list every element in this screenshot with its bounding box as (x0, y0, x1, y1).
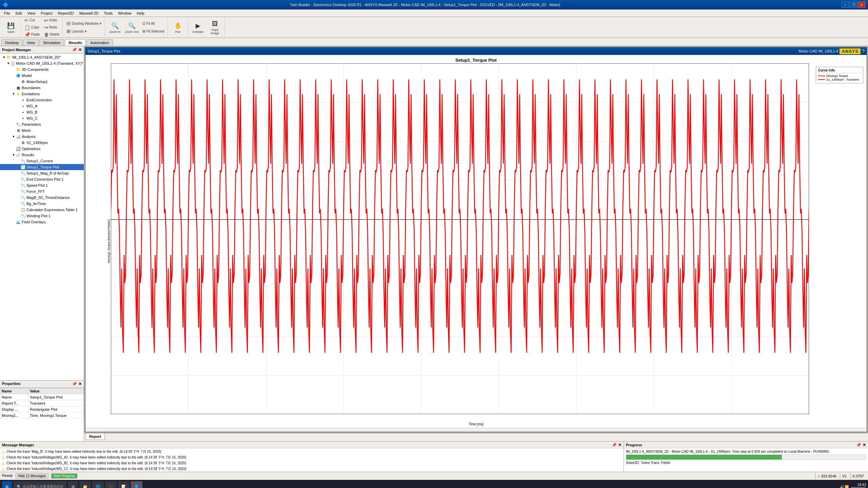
tab-view[interactable]: View (23, 39, 39, 46)
tree-icon-21: 📉 (20, 177, 26, 182)
layouts-button[interactable]: ⊞ Layouts ▾ (65, 27, 103, 35)
fit-all-button[interactable]: ⊡ Fit All (141, 20, 166, 27)
tree-item-23[interactable]: 📉Force_FFT (0, 188, 84, 195)
copy-button[interactable]: 📋 Copy (23, 24, 42, 31)
tab-report[interactable]: Report (85, 433, 105, 440)
tree-item-7[interactable]: ▼⚡Excitations (0, 91, 84, 97)
menu-report2d[interactable]: Report2D (55, 11, 77, 16)
tree-item-25[interactable]: 📉Bg_Ar/Time (0, 201, 84, 207)
tree-label-3: 3D Components (22, 67, 49, 72)
tree-item-6[interactable]: ▦Boundaries (0, 85, 84, 91)
taskbar-notepad[interactable]: 📝 (118, 481, 130, 488)
tree-item-10[interactable]: ▪WG_B (0, 109, 84, 115)
cut-button[interactable]: ✂ Cut (23, 17, 42, 24)
fit-selected-button[interactable]: ⊞ Fit Selected (141, 27, 166, 35)
progress-close[interactable]: ✕ (863, 443, 866, 447)
tree-expand-2[interactable]: ▼ (6, 62, 10, 65)
curve-info-title: Curve Info (818, 68, 861, 73)
restore-button[interactable]: ❐ (850, 2, 857, 8)
project-manager-pin[interactable]: 📌 (72, 47, 77, 52)
chart-scrollbar[interactable] (85, 428, 867, 432)
docking-windows-button[interactable]: ⊟ Docking Windows ▾ (65, 20, 103, 27)
tree-item-28[interactable]: 🌊Field Overlays (0, 219, 84, 225)
tree-item-24[interactable]: 📉MagB_3D_TimesDistance (0, 195, 84, 201)
taskbar-explorer[interactable]: 📁 (79, 481, 91, 488)
tab-desktop[interactable]: Desktop (1, 39, 22, 46)
zoom-out-button[interactable]: 🔍 Zoom Out (124, 19, 140, 36)
taskbar-chrome[interactable]: 🌐 (92, 481, 104, 488)
save-button[interactable]: 💾 Save (3, 19, 19, 36)
tree-item-5[interactable]: ⚙MotorSetup1 (0, 79, 84, 85)
tree-item-17[interactable]: ▼📈Results (0, 152, 84, 158)
message-pin[interactable]: 📌 (612, 443, 617, 447)
tree-item-14[interactable]: ▼📊Analysis (0, 134, 84, 140)
tree-item-2[interactable]: ▼📋Motor-CAD IM_100L1-4 (Transient, XY)* (0, 60, 84, 66)
tree-item-9[interactable]: ▪WG_A (0, 103, 84, 109)
tree-item-3[interactable]: 📁3D Components (0, 66, 84, 73)
tree-item-4[interactable]: 🔷Model (0, 73, 84, 79)
menu-edit[interactable]: Edit (13, 11, 25, 16)
tab-simulation[interactable]: Simulation (39, 39, 64, 46)
menu-tools[interactable]: Tools (101, 11, 116, 16)
tab-automation[interactable]: Automation (86, 39, 113, 46)
curve-legend-label-1: Moving1.Torque (826, 74, 848, 78)
tree-item-8[interactable]: ▪EndConnection (0, 97, 84, 103)
paste-button[interactable]: 📌 Paste (23, 31, 42, 38)
menu-window[interactable]: Window (115, 11, 134, 16)
tree-item-20[interactable]: 📉Setup1_Mag_B of AirGap (0, 170, 84, 176)
tree-expand-17[interactable]: ▼ (12, 153, 16, 157)
tree-item-18[interactable]: 📉Setup1_Current (0, 158, 84, 164)
tree-expand-14[interactable]: ▼ (12, 135, 16, 138)
pan-button[interactable]: ✋ Pan (170, 19, 186, 36)
tree-item-15[interactable]: ⚙S1_1499rpm (0, 140, 84, 146)
taskbar-cmd[interactable]: ⬛ (105, 481, 117, 488)
redo-button[interactable]: ↪ Redo (42, 24, 61, 31)
tree-item-26[interactable]: 📋Calculator Expressions Table 1 (0, 207, 84, 213)
progress-pin[interactable]: 📌 (856, 443, 861, 447)
taskbar-start[interactable]: ⊞ (2, 481, 12, 488)
tree-icon-22: 📉 (20, 183, 26, 188)
tree-item-27[interactable]: 📉Winding Plot 1 (0, 213, 84, 219)
zoom-in-button[interactable]: 🔍 Zoom In (107, 19, 123, 36)
taskbar-search[interactable]: 🔍 在这里输入你要搜索的内容 (13, 481, 67, 488)
undo-icon: ↩ (44, 18, 48, 23)
tree-expand-7[interactable]: ▼ (12, 92, 16, 96)
title-bar: 🔷 Twin Builder - Electronics Desktop 202… (0, 0, 868, 9)
menu-file[interactable]: File (1, 11, 13, 16)
menu-help[interactable]: Help (134, 11, 147, 16)
tree-item-11[interactable]: ▪WG_C (0, 115, 84, 121)
taskbar-task-view[interactable]: ⊟ (68, 481, 78, 488)
tree-item-21[interactable]: 📉End Connection Plot 1 (0, 176, 84, 182)
tree-item-1[interactable]: ▼📁IM_100L1-4_ANSYSEM_2D* (0, 54, 84, 60)
project-manager-title: Project Manager (2, 48, 31, 52)
tree-item-22[interactable]: 📉Speed Plot 1 (0, 182, 84, 188)
message-text: Check the trace 'InducedVoltage(WG_C)', … (6, 467, 186, 471)
menu-view[interactable]: View (25, 11, 38, 16)
warning-icon: ⚠ (1, 450, 5, 454)
hide-progress-button[interactable]: Hide Progress (51, 473, 77, 479)
tree-expand-1[interactable]: ▼ (2, 56, 6, 59)
menu-maxwell2d[interactable]: Maxwell 2D (77, 11, 101, 16)
minimize-button[interactable]: ─ (842, 2, 849, 8)
taskbar-app[interactable]: 🔷 (131, 481, 142, 488)
project-manager-close[interactable]: ✕ (78, 47, 82, 52)
tree-item-16[interactable]: 🔄Optimetrics (0, 146, 84, 152)
tree-item-19[interactable]: 📉Setup1_Torque Plot (0, 164, 84, 170)
tree-expand-12 (12, 122, 16, 127)
properties-close[interactable]: ✕ (78, 382, 82, 387)
delete-button[interactable]: 🗑 Delete (42, 31, 61, 38)
tree-item-12[interactable]: 🔧Parameters (0, 121, 84, 127)
menu-project[interactable]: Project (38, 11, 55, 16)
properties-pin[interactable]: 📌 (72, 382, 77, 387)
close-button[interactable]: ✕ (858, 2, 865, 8)
animate-button[interactable]: ▶ Animate (190, 19, 206, 36)
hide-messages-button[interactable]: Hide 11 Messages (16, 473, 48, 479)
tree-label-28: Field Overlays (22, 220, 45, 224)
help-icon[interactable]: ? (862, 48, 865, 54)
tab-results[interactable]: Results (65, 39, 86, 46)
undo-button[interactable]: ↩ Undo (42, 17, 61, 24)
message-close[interactable]: ✕ (618, 443, 622, 447)
copy-image-button[interactable]: 🖼 Copy Image (207, 19, 223, 36)
project-tree: ▼📁IM_100L1-4_ANSYSEM_2D*▼📋Motor-CAD IM_1… (0, 54, 84, 380)
tree-item-13[interactable]: ⊞Mesh (0, 127, 84, 134)
